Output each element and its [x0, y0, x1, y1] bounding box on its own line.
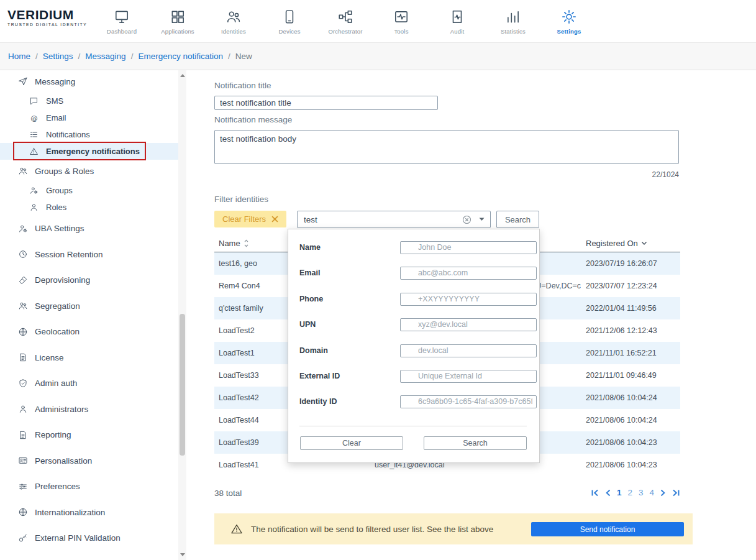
main-content: Notification title Notification message … — [0, 0, 756, 560]
page-number-3[interactable]: 3 — [639, 488, 644, 497]
notification-title-input[interactable] — [214, 96, 438, 110]
popup-upn-input[interactable] — [400, 318, 537, 331]
topnav-item-audit[interactable]: Audit — [429, 2, 485, 35]
popup-upn-label: UPN — [299, 320, 389, 329]
popup-divider — [299, 426, 527, 426]
settings-gear-icon — [561, 7, 577, 26]
popup-name-input[interactable] — [400, 241, 537, 254]
topnav-item-dashboard[interactable]: Dashboard — [94, 2, 150, 35]
topnav-item-applications[interactable]: Applications — [150, 2, 206, 35]
registered-date: 2023/07/07 12:23:24 — [586, 282, 680, 290]
total-count: 38 total — [214, 489, 242, 498]
send-notification-button[interactable]: Send notification — [531, 522, 684, 536]
page-number-1[interactable]: 1 — [617, 488, 622, 497]
popup-email-input[interactable] — [400, 267, 537, 280]
page-number-4[interactable]: 4 — [649, 488, 654, 497]
orchestrator-icon — [337, 7, 353, 26]
notification-message-label: Notification message — [214, 115, 292, 124]
search-button[interactable]: Search — [496, 211, 539, 228]
popup-clear-button[interactable]: Clear — [300, 436, 403, 450]
banner-warning-icon — [230, 523, 243, 535]
popup-phone-input[interactable] — [400, 293, 537, 306]
topnav-label: Settings — [557, 28, 581, 35]
registered-date: 2021/08/06 10:04:24 — [586, 393, 680, 402]
tools-icon — [393, 7, 409, 26]
registered-date: 2021/11/01 16:52:21 — [586, 349, 680, 357]
popup-identity-id-input[interactable] — [400, 395, 537, 408]
topnav-label: Tools — [394, 28, 408, 35]
topnav-item-devices[interactable]: Devices — [262, 2, 317, 35]
pagination: 1 2 3 4 — [534, 488, 680, 497]
topnav-item-settings[interactable]: Settings — [541, 2, 597, 35]
popup-domain-label: Domain — [299, 346, 389, 355]
veridium-logo[interactable]: VERIDIUM TRUSTED DIGITAL IDENTITY — [7, 8, 87, 27]
last-page-icon[interactable] — [672, 489, 680, 497]
name-header-label: Name — [219, 239, 240, 248]
identities-icon — [225, 7, 242, 26]
topnav-label: Orchestrator — [328, 28, 362, 35]
sort-icon — [244, 239, 249, 247]
dashboard-icon — [114, 7, 130, 26]
first-page-icon[interactable] — [591, 489, 599, 497]
notification-title-label: Notification title — [214, 81, 271, 90]
popup-search-button[interactable]: Search — [424, 436, 527, 450]
logo-tagline: TRUSTED DIGITAL IDENTITY — [7, 22, 87, 27]
registered-on-header-label: Registered On — [586, 239, 638, 248]
registered-date: 2022/01/04 11:49:56 — [586, 304, 680, 313]
registered-date: 2021/08/06 10:04:23 — [586, 438, 680, 447]
popup-email-label: Email — [299, 269, 389, 277]
devices-icon — [281, 7, 298, 26]
identity-filter-popup: Name Email Phone UPN Domain External ID … — [288, 229, 540, 463]
popup-identity-id-label: Identity ID — [299, 397, 389, 406]
topnav-label: Dashboard — [107, 28, 137, 35]
identity-search-input[interactable] — [298, 211, 462, 227]
popup-domain-input[interactable] — [400, 344, 537, 357]
clear-filters-chip[interactable]: Clear Filters — [214, 211, 286, 227]
topnav-item-statistics[interactable]: Statistics — [485, 2, 541, 35]
registered-on-column-header[interactable]: Registered On — [586, 239, 680, 248]
popup-phone-label: Phone — [299, 295, 389, 303]
topnav-item-orchestrator[interactable]: Orchestrator — [317, 2, 373, 35]
chip-close-icon[interactable] — [271, 216, 278, 223]
identity-search-combobox[interactable] — [297, 211, 491, 228]
popup-external-id-input[interactable] — [400, 370, 537, 383]
banner-message: The notification will be send to filtere… — [251, 525, 493, 534]
audit-icon — [449, 7, 465, 26]
logo-name: VERIDIUM — [7, 8, 87, 22]
topnav-item-identities[interactable]: Identities — [206, 2, 262, 35]
warning-banner: The notification will be send to filtere… — [214, 513, 693, 544]
topnav-label: Identities — [221, 28, 246, 35]
topnav-label: Statistics — [501, 28, 526, 35]
previous-page-icon[interactable] — [605, 489, 611, 497]
registered-date: 2021/12/06 12:12:43 — [586, 326, 680, 335]
page-number-2[interactable]: 2 — [627, 488, 632, 497]
statistics-icon — [505, 7, 521, 26]
top-navigation: Dashboard Applications Identities Device… — [94, 2, 597, 35]
filter-identities-label: Filter identities — [214, 195, 268, 204]
registered-date: 2021/08/06 10:04:24 — [586, 416, 680, 425]
registered-date: 2023/07/19 16:26:07 — [586, 259, 680, 268]
popup-name-label: Name — [299, 243, 389, 252]
character-counter: 22/1024 — [214, 170, 679, 179]
clear-search-icon[interactable] — [462, 215, 471, 224]
next-page-icon[interactable] — [660, 489, 666, 497]
topnav-label: Applications — [161, 28, 194, 35]
popup-external-id-label: External ID — [299, 372, 389, 380]
top-bar: VERIDIUM TRUSTED DIGITAL IDENTITY Dashbo… — [0, 0, 756, 42]
notification-message-textarea[interactable]: test notification body — [214, 130, 679, 164]
topnav-label: Audit — [450, 28, 465, 35]
topnav-item-tools[interactable]: Tools — [373, 2, 429, 35]
registered-date: 2021/11/01 09:46:49 — [586, 371, 680, 380]
dropdown-caret-icon[interactable] — [479, 218, 485, 221]
sort-desc-chevron-icon — [641, 241, 647, 246]
applications-icon — [170, 7, 186, 26]
topnav-label: Devices — [278, 28, 300, 35]
registered-date: 2021/08/06 10:04:23 — [586, 461, 680, 469]
clear-filters-label: Clear Filters — [222, 214, 266, 224]
